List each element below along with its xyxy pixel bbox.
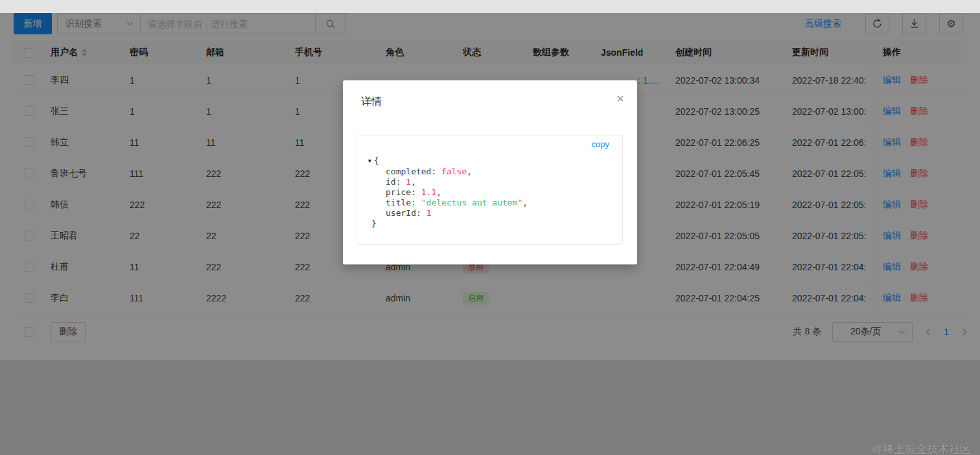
json-token-number: 1: [426, 208, 432, 218]
json-line: }: [368, 218, 528, 229]
json-token-punct: :: [411, 187, 421, 197]
json-token-number: 1: [406, 177, 411, 187]
json-token-punct: :: [431, 167, 441, 176]
json-token-punct: {: [374, 156, 379, 165]
json-token-key: userId: [386, 208, 416, 218]
json-token-number: 1.1: [421, 187, 436, 197]
json-token-punct: ,: [522, 198, 528, 207]
json-token-key: price: [386, 187, 411, 197]
json-token-punct: :: [411, 198, 421, 207]
json-token-punct: ,: [436, 187, 441, 197]
json-viewer: copy ▼{completed: false,id: 1,price: 1.1…: [356, 135, 623, 245]
json-token-key: completed: [386, 167, 431, 176]
collapse-caret-icon[interactable]: ▼: [368, 156, 371, 167]
copy-button[interactable]: copy: [592, 139, 609, 149]
app-page: 新增 识别搜索 高级搜索 ⚙: [0, 13, 980, 455]
json-token-punct: ,: [411, 177, 416, 187]
close-icon[interactable]: ×: [616, 92, 624, 105]
json-token-punct: :: [416, 208, 426, 218]
json-line: userId: 1: [368, 208, 528, 218]
json-line: title: "delectus aut autem",: [368, 198, 528, 208]
json-content: ▼{completed: false,id: 1,price: 1.1,titl…: [368, 156, 528, 229]
json-token-key: id: [386, 177, 396, 187]
json-token-bool: false: [441, 167, 467, 176]
json-line: ▼{: [368, 156, 528, 167]
detail-modal: 详情 × copy ▼{completed: false,id: 1,price…: [343, 80, 637, 264]
json-token-punct: }: [371, 218, 377, 228]
modal-title: 详情: [361, 95, 382, 109]
watermark: @稀土掘金技术社区: [872, 442, 971, 455]
json-line: completed: false,: [368, 167, 528, 177]
json-token-punct: ,: [467, 167, 472, 176]
json-token-key: title: [386, 198, 411, 207]
json-line: id: 1,: [368, 177, 528, 187]
json-token-punct: :: [396, 177, 406, 187]
json-token-string: "delectus aut autem": [421, 198, 523, 207]
json-line: price: 1.1,: [368, 187, 528, 198]
